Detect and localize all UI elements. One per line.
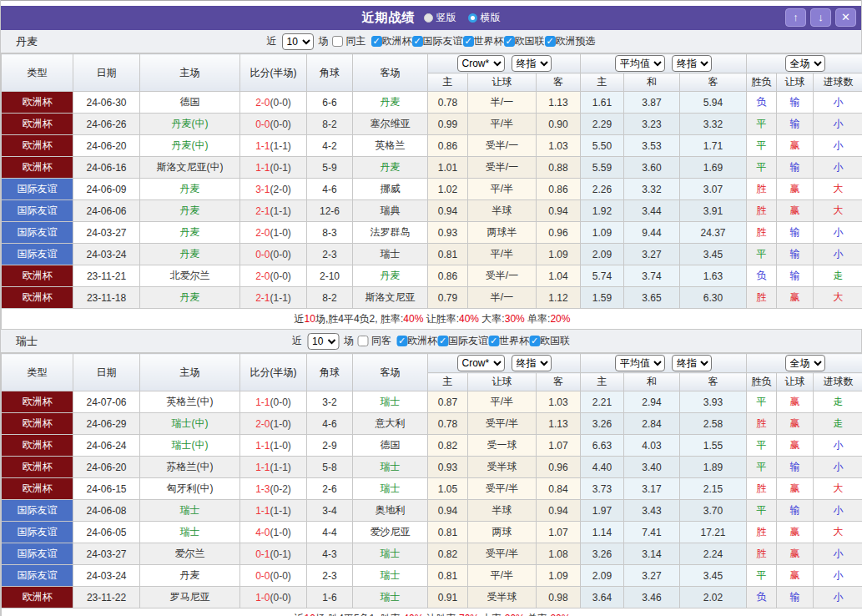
view-horizontal-radio[interactable]: 横版 xyxy=(468,11,501,25)
radio-dot-icon xyxy=(424,13,433,23)
score-cell: 1-1(1-1) xyxy=(240,135,307,157)
score-cell: 0-1(0-1) xyxy=(240,543,307,565)
league-checkbox[interactable] xyxy=(545,36,556,47)
avg-home-cell: 3.26 xyxy=(581,413,624,435)
odds-away-cell: 0.94 xyxy=(537,200,581,222)
average-time-select[interactable]: 终指 xyxy=(672,55,712,72)
avg-home-cell: 4.40 xyxy=(581,457,624,478)
scroll-down-button[interactable]: ↓ xyxy=(810,8,831,27)
team-name: 丹麦 xyxy=(16,34,38,49)
summary-stat-label: 让胜率: xyxy=(423,613,459,616)
summary-text: 近10场,胜4平5负1, 胜率:40% 让胜率:70% 大率:20% 单率:20… xyxy=(2,608,862,616)
near-count-select[interactable]: 10 xyxy=(307,333,339,350)
league-checkbox[interactable] xyxy=(396,336,407,346)
league-checkbox[interactable] xyxy=(529,336,540,346)
odds-away-cell: 1.13 xyxy=(537,92,581,114)
result-handicap-cell: 赢 xyxy=(777,435,814,457)
home-team-cell: 爱尔兰 xyxy=(140,543,240,565)
home-team-cell: 丹麦 xyxy=(140,222,240,244)
bookmaker-select[interactable]: Crow* xyxy=(457,55,505,72)
avg-home-cell: 1.59 xyxy=(581,287,624,309)
league-label: 国际友谊 xyxy=(448,335,488,346)
fulltime-score: 1-3 xyxy=(255,483,270,495)
odds-time-select[interactable]: 终指 xyxy=(512,355,552,371)
view-vertical-radio[interactable]: 竖版 xyxy=(424,11,456,25)
scroll-up-button[interactable]: ↑ xyxy=(785,8,806,27)
result-handicap-cell: 输 xyxy=(777,265,814,287)
result-goals-cell: 小 xyxy=(814,565,862,587)
near-count-select[interactable]: 10 xyxy=(282,33,314,50)
odds-away-cell: 1.04 xyxy=(537,265,581,287)
halftime-score: (2-0) xyxy=(270,184,291,195)
result-handicap-cell: 输 xyxy=(777,92,814,114)
score-cell: 3-1(2-0) xyxy=(240,179,307,200)
match-date-cell: 24-06-24 xyxy=(73,435,140,457)
match-row: 欧洲杯24-06-26丹麦(中)0-0(0-0)8-2塞尔维亚0.99平/半0.… xyxy=(2,114,862,135)
avg-draw-cell: 3.44 xyxy=(624,200,680,222)
match-date-cell: 24-03-24 xyxy=(73,565,140,587)
average-select[interactable]: 平均值 xyxy=(615,55,665,72)
avg-draw-cell: 3.65 xyxy=(624,287,680,309)
odds-home-cell: 0.82 xyxy=(428,435,468,457)
fullmatch-select[interactable]: 全场 xyxy=(785,355,825,371)
avg-draw-cell: 3.14 xyxy=(624,543,680,565)
section-bar-denmark: 丹麦 近 10 场 同主 欧洲杯国际友谊世界杯欧国联欧洲预选 xyxy=(1,30,861,53)
average-time-select[interactable]: 终指 xyxy=(672,355,712,371)
odds-away-cell: 1.08 xyxy=(537,543,581,565)
close-button[interactable]: ✕ xyxy=(835,8,856,27)
score-cell: 1-3(0-2) xyxy=(240,478,307,500)
match-date-cell: 23-11-18 xyxy=(73,287,140,309)
halftime-score: (1-1) xyxy=(270,505,291,517)
match-row: 欧洲杯23-11-18丹麦2-1(1-1)8-2斯洛文尼亚0.79半/一1.12… xyxy=(2,287,862,309)
average-select[interactable]: 平均值 xyxy=(615,355,665,371)
match-type-cell: 欧洲杯 xyxy=(2,478,73,500)
halftime-score: (0-0) xyxy=(270,396,291,408)
col-avg-home: 主 xyxy=(581,373,624,391)
fullmatch-select[interactable]: 全场 xyxy=(785,55,825,72)
halftime-score: (0-0) xyxy=(270,249,291,260)
bookmaker-select[interactable]: Crow* xyxy=(457,355,505,371)
fulltime-score: 0-0 xyxy=(255,119,270,130)
result-outcome-cell: 负 xyxy=(747,92,777,114)
result-outcome-cell: 胜 xyxy=(747,179,777,200)
switzerland-results-table: 类型 日期 主场 比分(半场) 角球 客场 Crow* 终指 平均值 终指 xyxy=(1,353,862,616)
summary-stat-label: 单率: xyxy=(525,613,551,616)
corner-cell: 12-6 xyxy=(307,200,353,222)
league-label: 世界杯 xyxy=(499,335,529,346)
league-checkbox[interactable] xyxy=(504,36,515,47)
odds-time-select[interactable]: 终指 xyxy=(512,55,552,72)
avg-draw-cell: 3.87 xyxy=(624,92,680,114)
league-checkbox[interactable] xyxy=(412,36,423,47)
odds-handicap-cell: 受平/半 xyxy=(468,413,537,435)
avg-draw-cell: 2.84 xyxy=(624,413,680,435)
result-goals-cell: 小 xyxy=(814,135,862,157)
avg-home-cell: 2.29 xyxy=(581,114,624,135)
odds-away-cell: 1.07 xyxy=(537,522,581,543)
avg-home-cell: 1.97 xyxy=(581,500,624,522)
match-type-cell: 欧洲杯 xyxy=(2,587,73,608)
score-cell: 2-0(0-0) xyxy=(240,92,307,114)
league-label: 欧国联 xyxy=(515,35,545,47)
odds-away-cell: 0.96 xyxy=(537,457,581,478)
odds-handicap-cell: 两球半 xyxy=(468,222,537,244)
same-venue-checkbox[interactable] xyxy=(332,36,343,47)
match-type-cell: 国际友谊 xyxy=(2,244,73,265)
fulltime-score: 2-1 xyxy=(255,292,270,304)
league-checkbox[interactable] xyxy=(437,336,448,346)
match-type-cell: 欧洲杯 xyxy=(2,457,73,478)
score-cell: 0-0(0-0) xyxy=(240,565,307,587)
match-row: 国际友谊24-03-27爱尔兰0-1(0-1)4-3瑞士0.82受平/半1.08… xyxy=(2,543,862,565)
league-checkbox[interactable] xyxy=(488,336,499,346)
avg-away-cell: 17.21 xyxy=(680,522,747,543)
col-result-handicap: 让球 xyxy=(777,373,814,391)
filter-controls: 近 10 场 同主 欧洲杯国际友谊世界杯欧国联欧洲预选 xyxy=(267,33,596,50)
title-bar: 近期战绩 竖版 横版 ↑ ↓ ✕ xyxy=(1,6,861,30)
col-home: 主场 xyxy=(140,54,240,92)
odds-handicap-cell: 受半/一 xyxy=(468,157,537,179)
same-venue-checkbox[interactable] xyxy=(357,336,368,346)
result-handicap-cell: 输 xyxy=(777,222,814,244)
league-checkbox[interactable] xyxy=(463,36,474,47)
result-outcome-cell: 胜 xyxy=(747,543,777,565)
home-team-cell: 匈牙利(中) xyxy=(140,478,240,500)
league-checkbox[interactable] xyxy=(371,36,382,47)
